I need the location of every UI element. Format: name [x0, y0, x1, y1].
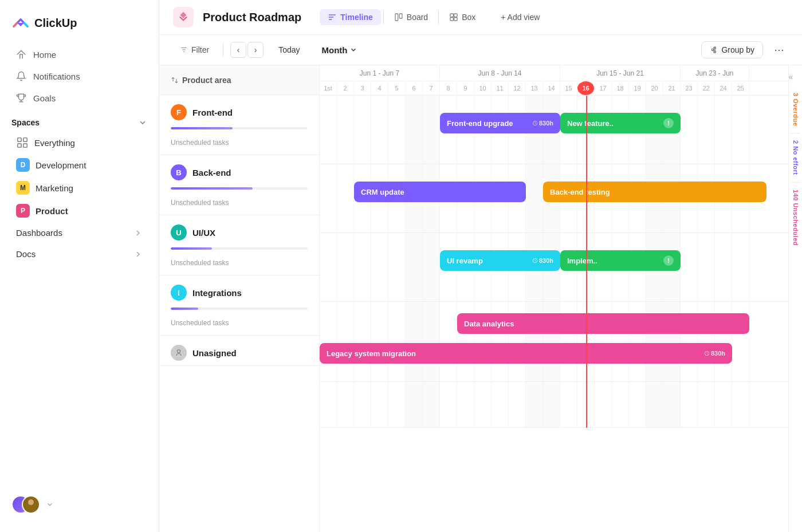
day-header: 7: [423, 81, 440, 95]
sidebar-item-everything[interactable]: Everything: [5, 132, 154, 153]
task-bar[interactable]: Back-end testing: [543, 182, 766, 202]
timeline-cell: [320, 233, 337, 301]
timeline-cell: [371, 233, 388, 301]
timeline-cell: [337, 302, 354, 381]
task-bar[interactable]: Legacy system migration 830h: [320, 343, 732, 364]
timeline-cell: [732, 96, 749, 164]
sort-icon: [171, 76, 179, 84]
timeline-cell: [543, 382, 560, 427]
group-row-frontend: F Front-end Unscheduled tasks: [159, 95, 319, 155]
group-by-button[interactable]: Group by: [701, 41, 763, 58]
timeline-cell: [715, 96, 732, 164]
task-bar[interactable]: Data analytics: [457, 313, 749, 334]
backend-avatar: B: [171, 164, 187, 180]
integrations-unscheduled: Unscheduled tasks: [159, 314, 319, 335]
next-button[interactable]: ›: [247, 42, 264, 58]
group-header-integrations[interactable]: I Integrations: [159, 275, 319, 305]
marketing-badge: M: [16, 181, 30, 195]
project-title: Product Roadmap: [203, 11, 301, 24]
frontend-unscheduled: Unscheduled tasks: [159, 134, 319, 155]
group-header-uiux[interactable]: U UI/UX: [159, 215, 319, 245]
filter-button[interactable]: Filter: [173, 42, 216, 58]
chevron-down-icon[interactable]: [138, 118, 147, 127]
task-label: Back-end testing: [550, 188, 760, 196]
timeline-tab-label: Timeline: [340, 13, 373, 22]
overdue-panel-item[interactable]: 3 Overdue: [792, 88, 799, 131]
timeline-row: CRM updateBack-end testing: [320, 164, 788, 233]
tab-board[interactable]: Board: [386, 9, 436, 25]
integrations-name: Integrations: [192, 288, 242, 298]
chevron-right-icon: [133, 228, 143, 238]
product-badge: P: [16, 204, 30, 218]
svg-rect-10: [450, 18, 453, 21]
sidebar-item-goals[interactable]: Goals: [5, 87, 154, 109]
labels-header: Product area: [159, 65, 319, 95]
day-header: 9: [457, 81, 474, 95]
add-view-button[interactable]: + Add view: [493, 9, 548, 25]
sidebar-item-development[interactable]: D Development: [5, 153, 154, 176]
dashboards-label: Dashboards: [16, 228, 62, 238]
sidebar-item-marketing[interactable]: M Marketing: [5, 176, 154, 199]
frontend-progress-bar: [171, 127, 308, 129]
day-header: 11: [492, 81, 509, 95]
no-effort-panel-item[interactable]: 2 No effort: [792, 136, 799, 180]
group-header-unassigned[interactable]: Unasigned: [159, 336, 319, 365]
timeline-cell: [320, 302, 337, 381]
timeline-cell: [457, 382, 474, 427]
svg-point-12: [712, 49, 714, 51]
task-label: Front-end upgrade: [447, 119, 528, 128]
svg-rect-0: [18, 138, 21, 141]
sidebar-item-product[interactable]: P Product: [5, 199, 154, 222]
chevron-down-user-icon[interactable]: [46, 501, 54, 509]
frontend-avatar: F: [171, 104, 187, 120]
sidebar-item-home[interactable]: Home: [5, 44, 154, 65]
timeline-cell: [681, 233, 698, 301]
task-label: UI revamp: [447, 257, 528, 265]
frontend-progress-fill: [171, 127, 233, 129]
timeline-cell: [388, 96, 406, 164]
group-header-frontend[interactable]: F Front-end: [159, 95, 319, 125]
collapse-button[interactable]: «: [789, 72, 793, 81]
timeline-cell: [406, 382, 423, 427]
task-bar[interactable]: Front-end upgrade 830h: [440, 113, 560, 133]
more-options-button[interactable]: ⋯: [770, 41, 788, 59]
month-label: Month: [321, 45, 347, 55]
timeline-cell: [560, 382, 577, 427]
timeline-cell: [698, 382, 715, 427]
bell-icon: [16, 71, 26, 81]
labels-panel: Product area F Front-end Unscheduled tas…: [159, 65, 320, 532]
task-bar[interactable]: UI revamp 830h: [440, 250, 560, 271]
uiux-name: UI/UX: [192, 228, 215, 238]
board-icon: [394, 13, 403, 22]
timeline-cell: [492, 382, 509, 427]
day-header: 24: [715, 81, 732, 95]
task-bar[interactable]: CRM update: [354, 182, 526, 202]
app-name: ClickUp: [34, 17, 77, 30]
project-icon-wrap: [173, 7, 194, 27]
today-label: Today: [278, 45, 300, 54]
group-header-backend[interactable]: B Back-end: [159, 155, 319, 185]
month-button[interactable]: Month: [314, 42, 364, 58]
timeline-icon: [328, 13, 337, 22]
timeline-cell: [663, 382, 681, 427]
prev-button[interactable]: ‹: [230, 42, 246, 58]
user-avatars[interactable]: [11, 495, 41, 514]
nav-arrows: ‹ ›: [230, 42, 264, 58]
backend-progress-bar: [171, 187, 308, 190]
tab-box[interactable]: Box: [441, 9, 483, 25]
task-bar[interactable]: New feature..!: [560, 113, 681, 133]
timeline-grid[interactable]: Jun 1 - Jun 7Jun 8 - Jun 14Jun 15 - Jun …: [320, 65, 788, 532]
day-header: 23: [681, 81, 698, 95]
unassigned-name: Unasigned: [192, 348, 237, 358]
unscheduled-panel-item[interactable]: 140 Unscheduled: [792, 185, 799, 250]
timeline-cell: [509, 382, 526, 427]
today-button[interactable]: Today: [270, 42, 308, 58]
sidebar-item-docs[interactable]: Docs: [5, 243, 154, 265]
task-bar[interactable]: Implem..!: [560, 250, 681, 271]
trophy-icon: [16, 93, 26, 103]
sidebar-item-notifications[interactable]: Notifications: [5, 65, 154, 87]
tab-timeline[interactable]: Timeline: [320, 9, 381, 25]
timeline-cell: [354, 233, 371, 301]
sidebar-item-dashboards[interactable]: Dashboards: [5, 222, 154, 243]
group-by-icon: [710, 46, 718, 54]
